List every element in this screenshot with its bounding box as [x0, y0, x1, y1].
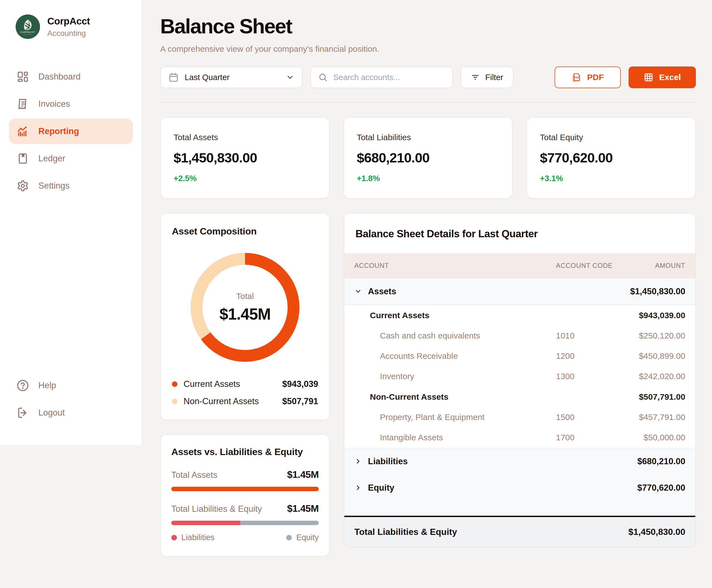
legend-dot-orange	[172, 381, 177, 387]
asset-composition-card: Asset Composition Total $1.45M Current A…	[160, 213, 330, 420]
row-account: Accounts Receivable	[354, 351, 556, 361]
page-title: Balance Sheet	[160, 15, 696, 38]
period-selector[interactable]: Last Quarter	[160, 66, 302, 88]
table-title: Balance Sheet Details for Last Quarter	[344, 214, 695, 253]
row-code: 1500	[556, 413, 630, 422]
sidebar-item-label: Logout	[38, 408, 65, 418]
balance-sheet-table-card: Balance Sheet Details for Last Quarter A…	[344, 213, 696, 547]
donut-legend: Current Assets $943,039 Non-Current Asse…	[172, 379, 318, 406]
row-amount: $457,791.00	[630, 413, 685, 422]
table-row-cash: Cash and cash equivalents 1010 $250,120.…	[344, 326, 695, 346]
row-amount: $250,120.00	[630, 331, 685, 340]
sidebar-item-settings[interactable]: Settings	[9, 173, 133, 198]
main-content: Balance Sheet A comprehensive view of yo…	[143, 0, 712, 572]
pdf-label: PDF	[587, 72, 604, 82]
legend-value: $507,791	[282, 396, 318, 406]
row-amount: $50,000.00	[630, 433, 685, 442]
calendar-icon	[169, 72, 179, 82]
search-icon	[318, 72, 328, 82]
legend-item-liabilities: Liabilities	[171, 533, 214, 542]
sidebar-bottom: Help Logout	[9, 373, 133, 425]
total-assets-bar	[171, 487, 319, 491]
excel-label: Excel	[659, 72, 681, 82]
table-row-assets[interactable]: Assets $1,450,830.00	[344, 278, 695, 305]
row-account: Liabilities	[368, 457, 408, 466]
export-excel-button[interactable]: Excel	[629, 66, 696, 88]
donut-center-value: $1.45M	[219, 305, 271, 323]
export-pdf-button[interactable]: PDF PDF	[554, 66, 621, 88]
invoices-icon	[17, 98, 29, 110]
stat-label: Total Equity	[540, 133, 683, 142]
asset-composition-donut: Total $1.45M	[184, 247, 306, 368]
sidebar-item-invoices[interactable]: Invoices	[9, 91, 133, 117]
footer-amount: $1,450,830.00	[628, 527, 685, 537]
table-row-intangible-assets: Intangible Assets 1700 $50,000.00	[344, 427, 695, 448]
legend-label: Liabilities	[181, 533, 214, 542]
filter-icon	[471, 73, 480, 82]
bar-label: Total Liabilities & Equity	[171, 504, 262, 514]
toolbar: Last Quarter Filter PDF PDF Excel	[160, 66, 696, 88]
row-account: Inventory	[354, 372, 556, 381]
pdf-icon: PDF	[571, 72, 582, 82]
table-row-liabilities[interactable]: Liabilities $680,210.00	[344, 448, 695, 475]
row-amount: $450,899.00	[630, 351, 685, 361]
sidebar-item-ledger[interactable]: Ledger	[9, 146, 133, 171]
settings-icon	[17, 180, 29, 192]
sidebar-item-dashboard[interactable]: Dashboard	[9, 64, 133, 89]
column-header-account-code: ACCOUNT CODE	[556, 261, 630, 271]
corpacct-logo: CORPACCT	[16, 15, 40, 39]
legend-value: $943,039	[282, 379, 318, 389]
sidebar-item-help[interactable]: Help	[9, 373, 133, 398]
total-liabilities-equity-bar-row: Total Liabilities & Equity $1.45M	[171, 503, 319, 525]
period-value: Last Quarter	[185, 73, 280, 82]
search-box	[310, 66, 453, 88]
table-row-ppe: Property, Plant & Equipment 1500 $457,79…	[344, 407, 695, 427]
table-spacer	[344, 501, 695, 516]
table-row-equity[interactable]: Equity $770,620.00	[344, 475, 695, 501]
asset-composition-title: Asset Composition	[172, 226, 318, 237]
row-account: Intangible Assets	[354, 433, 556, 442]
legend-dot-peach	[172, 399, 177, 404]
ledger-icon	[17, 152, 29, 165]
liabilities-segment	[171, 521, 240, 525]
legend-item-equity: Equity	[286, 533, 319, 542]
brand-subtitle: Accounting	[47, 29, 90, 38]
legend-item-current-assets: Current Assets $943,039	[172, 379, 318, 389]
toolbar-divider	[160, 102, 696, 103]
bar-value: $1.45M	[287, 503, 319, 514]
stat-card-total-equity: Total Equity $770,620.00 +3.1%	[526, 117, 696, 198]
search-input[interactable]	[333, 73, 445, 82]
liabilities-equity-bar	[171, 521, 319, 525]
row-amount: $680,210.00	[630, 457, 685, 466]
chevron-down-icon	[286, 73, 294, 82]
sidebar-item-label: Invoices	[38, 99, 70, 109]
row-account: Non-Current Assets	[354, 392, 556, 402]
row-account: Property, Plant & Equipment	[354, 413, 556, 422]
row-code: 1010	[556, 331, 630, 340]
sidebar: CORPACCT CorpAcct Accounting Dashboard I…	[0, 0, 142, 445]
row-amount: $770,620.00	[630, 483, 685, 493]
stat-delta: +1.8%	[357, 174, 500, 183]
stat-delta: +3.1%	[540, 174, 683, 183]
chevron-right-icon	[354, 484, 362, 491]
brand-name: CorpAcct	[47, 16, 90, 27]
sidebar-item-logout[interactable]: Logout	[9, 400, 133, 425]
sidebar-item-label: Settings	[38, 181, 69, 191]
row-amount: $242,020.00	[630, 372, 685, 381]
bar-value: $1.45M	[287, 469, 319, 480]
legend-label: Current Assets	[184, 379, 240, 389]
bar-label: Total Assets	[171, 470, 217, 480]
sidebar-nav: Dashboard Invoices Reporting Ledger Sett…	[9, 64, 133, 198]
chevron-right-icon	[354, 458, 362, 465]
dashboard-icon	[17, 71, 29, 83]
row-code: 1700	[556, 433, 630, 442]
stat-label: Total Liabilities	[357, 133, 500, 142]
sidebar-item-reporting[interactable]: Reporting	[9, 119, 133, 144]
filter-button[interactable]: Filter	[461, 66, 514, 88]
legend-item-non-current-assets: Non-Current Assets $507,791	[172, 396, 318, 406]
row-account: Equity	[368, 483, 394, 493]
row-amount: $943,039.00	[630, 311, 685, 320]
reporting-icon	[17, 125, 29, 138]
content-row: Asset Composition Total $1.45M Current A…	[160, 213, 696, 572]
assets-vs-title: Assets vs. Liabilities & Equity	[171, 446, 319, 457]
